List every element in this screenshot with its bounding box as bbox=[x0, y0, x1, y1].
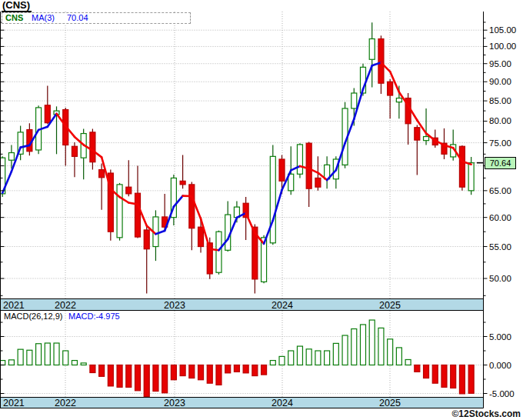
candle bbox=[405, 93, 411, 145]
macd-bar bbox=[153, 365, 158, 392]
macd-bar bbox=[262, 365, 267, 375]
macd-bar bbox=[162, 365, 168, 393]
price-legend: CNS MA(3) 70.04 bbox=[2, 12, 191, 24]
macd-bar bbox=[18, 349, 23, 365]
macd-bar bbox=[279, 356, 285, 365]
candle bbox=[99, 164, 105, 210]
macd-bar bbox=[468, 365, 474, 394]
candle bbox=[325, 156, 330, 188]
candle bbox=[270, 145, 275, 245]
macd-bar bbox=[90, 365, 95, 373]
year-label: 2025 bbox=[379, 398, 401, 408]
candle bbox=[153, 210, 158, 261]
year-label: 2024 bbox=[271, 398, 293, 408]
price-tick-label: 65.00 bbox=[489, 186, 511, 195]
macd-bar bbox=[459, 365, 465, 394]
macd-bar bbox=[198, 365, 204, 380]
candle bbox=[189, 182, 195, 251]
macd-bar bbox=[361, 325, 366, 365]
macd-bar bbox=[252, 365, 258, 376]
macd-bar bbox=[405, 359, 411, 365]
year-label: 2023 bbox=[164, 398, 185, 408]
year-label: 2021 bbox=[3, 300, 25, 311]
macd-bar bbox=[207, 365, 212, 384]
year-label: 2024 bbox=[271, 300, 293, 311]
macd-params-label: MACD(26,12,9) bbox=[4, 312, 62, 321]
macd-bar bbox=[189, 365, 195, 378]
macd-bar bbox=[108, 365, 113, 386]
macd-bar bbox=[126, 365, 132, 388]
candle bbox=[126, 160, 132, 196]
macd-bar bbox=[216, 365, 222, 385]
macd-bar bbox=[306, 349, 311, 365]
macd-histogram bbox=[0, 320, 474, 396]
macd-bar bbox=[325, 351, 330, 365]
macd-bar bbox=[451, 365, 456, 388]
legend-ma-value: 70.04 bbox=[67, 13, 88, 23]
macd-bar bbox=[270, 361, 275, 365]
chart-canvas: 2021202220232024202520212022202320242025… bbox=[0, 0, 523, 420]
year-label: 2025 bbox=[379, 300, 401, 311]
macd-bar bbox=[342, 335, 348, 365]
price-tick-label: 60.00 bbox=[489, 213, 511, 222]
macd-bar bbox=[432, 365, 438, 384]
macd-bar bbox=[369, 320, 375, 365]
plot-frame bbox=[1, 12, 484, 408]
gridlines bbox=[1, 12, 484, 397]
watermark: ©12Stocks.com bbox=[367, 408, 521, 419]
macd-bar bbox=[36, 344, 42, 365]
macd-bar bbox=[72, 361, 77, 365]
macd-bar bbox=[63, 351, 68, 365]
candle bbox=[468, 157, 474, 195]
macd-bar bbox=[8, 360, 14, 365]
macd-bar bbox=[441, 365, 447, 388]
macd-bar bbox=[234, 365, 239, 372]
stock-chart-page: 2021202220232024202520212022202320242025… bbox=[0, 0, 523, 420]
macd-bar bbox=[351, 329, 357, 365]
candle bbox=[388, 79, 393, 118]
macd-bar bbox=[243, 365, 248, 373]
macd-legend: MACD(26,12,9) MACD:-4.975 bbox=[4, 312, 62, 322]
macd-bar bbox=[135, 365, 141, 391]
candle bbox=[117, 183, 122, 241]
macd-bar bbox=[225, 365, 231, 373]
price-tick-label: 100.00 bbox=[489, 42, 516, 51]
candle bbox=[459, 145, 465, 191]
macd-bar bbox=[415, 365, 420, 372]
candle bbox=[81, 128, 86, 179]
macd-bar bbox=[99, 365, 105, 377]
macd-tick-label: 5.000 bbox=[489, 332, 511, 342]
year-label: 2023 bbox=[164, 300, 185, 311]
macd-bar bbox=[117, 365, 122, 388]
macd-bar bbox=[396, 348, 401, 365]
candle bbox=[135, 166, 141, 238]
macd-bar bbox=[81, 363, 86, 365]
candle bbox=[451, 130, 456, 161]
macd-bar bbox=[144, 365, 149, 397]
candle bbox=[424, 108, 429, 145]
candle bbox=[144, 226, 149, 294]
macd-bar bbox=[388, 339, 393, 365]
candle bbox=[306, 142, 311, 207]
candle bbox=[225, 201, 231, 251]
macd-tick-label: 0.000 bbox=[489, 361, 511, 370]
year-label: 2021 bbox=[3, 398, 25, 408]
macd-bar bbox=[0, 361, 5, 365]
price-tick-label: 85.00 bbox=[489, 96, 511, 105]
year-label: 2022 bbox=[55, 300, 76, 311]
macd-bar bbox=[288, 351, 294, 365]
macd-tick-label: -5.000 bbox=[489, 389, 515, 398]
price-tick-label: 75.00 bbox=[489, 138, 511, 148]
macd-bar bbox=[315, 351, 321, 365]
candle bbox=[415, 125, 420, 175]
price-tick-label: 80.00 bbox=[489, 116, 511, 125]
macd-bar bbox=[180, 365, 185, 376]
candle bbox=[369, 22, 375, 87]
price-tick-label: 55.00 bbox=[489, 242, 511, 252]
candlestick-series bbox=[0, 22, 474, 293]
legend-ma-label: MA(3) bbox=[32, 13, 55, 23]
candle bbox=[216, 231, 222, 275]
last-price-badge: 70.64 bbox=[485, 157, 516, 169]
legend-symbol: CNS bbox=[5, 13, 23, 23]
macd-bar bbox=[424, 365, 429, 378]
